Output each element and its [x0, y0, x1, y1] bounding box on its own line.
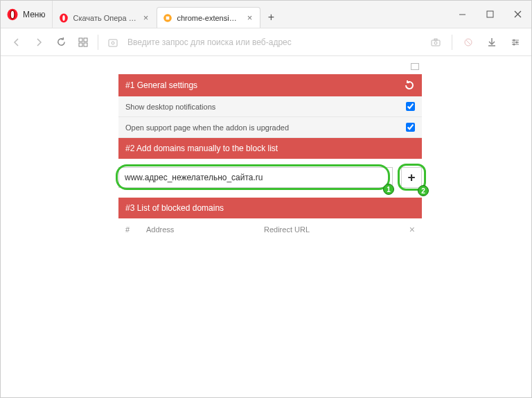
svg-line-20 — [466, 40, 470, 44]
toolbar-separator-2 — [452, 35, 452, 50]
svg-point-26 — [513, 39, 515, 41]
nav-back-button[interactable] — [9, 35, 24, 50]
extension-favicon-icon — [163, 13, 172, 23]
toolbar — [1, 28, 531, 56]
svg-rect-6 — [166, 16, 170, 19]
svg-rect-15 — [109, 40, 117, 46]
svg-rect-17 — [432, 40, 440, 46]
tab-1-close-icon[interactable]: × — [245, 12, 254, 23]
svg-point-2 — [11, 10, 15, 18]
toolbar-right — [428, 35, 523, 50]
tab-0-label: Скачать Опера для компь — [73, 14, 136, 22]
add-domain-button[interactable]: + — [401, 167, 422, 188]
svg-point-18 — [434, 42, 437, 44]
app-menu-button[interactable]: Меню — [1, 1, 53, 28]
address-bar[interactable] — [127, 37, 421, 47]
page-content: #1 General settings Show desktop notific… — [1, 56, 531, 241]
svg-rect-12 — [84, 38, 87, 42]
callout-badge-2: 2 — [418, 185, 429, 196]
downloads-button[interactable] — [484, 35, 499, 50]
window-controls — [448, 1, 531, 28]
opera-logo-icon — [6, 8, 19, 21]
svg-point-28 — [513, 43, 515, 45]
svg-rect-19 — [434, 39, 437, 40]
reload-button[interactable] — [53, 35, 69, 50]
new-tab-button[interactable]: + — [260, 7, 281, 28]
speed-dial-button[interactable] — [76, 35, 91, 50]
site-info-icon[interactable] — [105, 35, 121, 50]
tab-0[interactable]: Скачать Опера для компь × — [53, 7, 157, 28]
svg-rect-11 — [79, 38, 82, 42]
setting-row-notifications: Show desktop notifications — [118, 96, 422, 117]
toolbar-separator — [98, 35, 98, 50]
add-domain-row: + 1 2 — [118, 159, 422, 198]
tab-strip: Скачать Опера для компь × chrome-extensi… — [53, 1, 448, 28]
section-title-add: #2 Add domains manually to the block lis… — [125, 144, 278, 153]
callout-badge-1: 1 — [383, 184, 394, 195]
col-address: Address — [146, 225, 264, 234]
snapshot-button[interactable] — [428, 35, 443, 50]
setting-row-support-page: Open support page when the addon is upgr… — [118, 117, 422, 138]
content-top-bar — [118, 63, 422, 74]
section-header-add: #2 Add domains manually to the block lis… — [118, 138, 422, 159]
opera-favicon-icon — [59, 13, 69, 23]
setting-label: Show desktop notifications — [125, 103, 215, 111]
svg-rect-13 — [79, 43, 82, 46]
close-window-button[interactable] — [504, 1, 531, 28]
tab-1-label: chrome-extension://chnfku — [177, 14, 240, 22]
tab-0-close-icon[interactable]: × — [141, 12, 150, 23]
section-header-general: #1 General settings — [118, 74, 422, 96]
domain-input[interactable] — [118, 167, 393, 188]
col-delete-icon[interactable]: × — [401, 224, 415, 235]
titlebar: Меню Скачать Опера для компь × chrome-ex… — [1, 1, 531, 28]
address-input[interactable] — [127, 37, 421, 47]
svg-rect-8 — [487, 11, 493, 17]
col-hash: # — [125, 225, 146, 234]
nav-forward-button[interactable] — [31, 35, 46, 50]
maximize-button[interactable] — [476, 1, 504, 28]
adblock-icon[interactable] — [461, 35, 476, 50]
app-menu-label: Меню — [23, 10, 45, 19]
easy-setup-button[interactable] — [508, 35, 523, 50]
svg-point-16 — [112, 42, 114, 44]
general-settings-list: Show desktop notifications Open support … — [118, 96, 422, 138]
blocked-table-header: # Address Redirect URL × — [118, 218, 422, 241]
svg-rect-14 — [84, 43, 87, 46]
tab-1[interactable]: chrome-extension://chnfku × — [157, 7, 260, 28]
section-header-blocked: #3 List of blocked domains — [118, 198, 422, 218]
reset-icon[interactable] — [404, 80, 415, 91]
setting-checkbox-support-page[interactable] — [406, 123, 415, 132]
svg-point-27 — [516, 41, 518, 43]
setting-checkbox-notifications[interactable] — [406, 102, 415, 111]
section-title-general: #1 General settings — [125, 80, 197, 90]
col-redirect: Redirect URL — [264, 225, 401, 234]
svg-point-4 — [63, 15, 66, 20]
panel-toggle-icon[interactable] — [411, 63, 419, 70]
minimize-button[interactable] — [448, 1, 476, 28]
setting-label: Open support page when the addon is upgr… — [125, 123, 289, 132]
section-title-blocked: #3 List of blocked domains — [125, 203, 224, 213]
